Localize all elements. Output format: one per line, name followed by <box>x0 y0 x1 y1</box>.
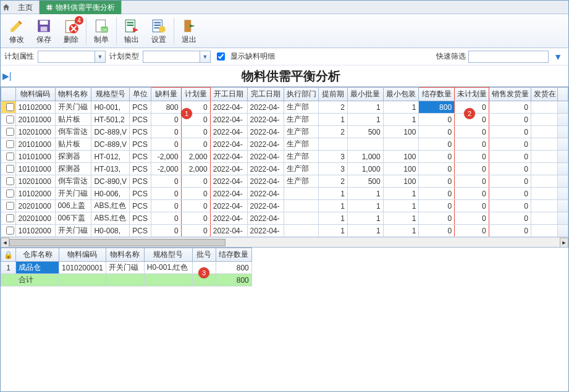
plan-type-dropdown[interactable]: ▼ <box>143 51 211 63</box>
row-checkbox[interactable] <box>6 227 14 235</box>
cell[interactable]: 3 <box>318 163 347 175</box>
row-checkbox[interactable] <box>6 128 14 136</box>
cell[interactable]: 0 <box>151 126 181 138</box>
cell[interactable]: 1 <box>347 225 383 237</box>
cell[interactable]: 开关门磁 <box>106 262 144 274</box>
row-checkbox[interactable] <box>6 103 14 111</box>
cell[interactable]: 2022-04- <box>247 101 284 114</box>
cell[interactable]: 生产部 <box>284 138 319 151</box>
cell[interactable]: 0 <box>489 151 531 163</box>
cell[interactable]: 2022-04- <box>210 114 247 126</box>
delete-button[interactable]: 4 删除 <box>57 15 85 47</box>
cell[interactable]: 3 <box>318 151 347 163</box>
col-header[interactable]: 发货在 <box>531 88 558 101</box>
cell[interactable]: 0 <box>455 212 489 225</box>
cell[interactable]: 2022-04- <box>210 212 247 225</box>
cell[interactable]: 0 <box>489 138 531 151</box>
cell[interactable]: 1 <box>383 114 419 126</box>
cell[interactable]: 006下盖 <box>55 212 91 225</box>
cell[interactable]: 1 <box>347 188 383 200</box>
cell[interactable]: 10201000 <box>15 175 55 188</box>
show-short-checkbox[interactable] <box>217 52 225 60</box>
cell[interactable]: PCS <box>130 225 151 237</box>
row-checkbox[interactable] <box>6 190 14 198</box>
cell[interactable] <box>284 225 319 237</box>
col-header[interactable]: 最小包装 <box>383 88 419 101</box>
table-row[interactable]: 10201000倒车雷达DC-889,VPCS002022-04-2022-04… <box>1 126 568 138</box>
cell[interactable]: 20101000 <box>15 138 55 151</box>
row-checkbox[interactable] <box>6 202 14 210</box>
cell[interactable]: 100 <box>383 175 419 188</box>
cell[interactable]: 0 <box>455 138 489 151</box>
cell[interactable]: DC-889,V <box>91 126 130 138</box>
cell[interactable]: 0 <box>489 212 531 225</box>
cell[interactable]: 0 <box>489 200 531 212</box>
cell[interactable]: 0 <box>489 101 531 114</box>
cell[interactable]: 0 <box>151 175 181 188</box>
cell[interactable]: 开关门磁 <box>55 225 91 237</box>
cell[interactable]: 0 <box>151 138 181 151</box>
cell[interactable]: 成品仓 <box>16 262 59 274</box>
h-scrollbar[interactable]: ◄ ► <box>1 237 568 247</box>
cell[interactable]: 0 <box>151 212 181 225</box>
cell[interactable]: 2022-04- <box>210 188 247 200</box>
cell[interactable]: 生产部 <box>284 126 319 138</box>
col-header[interactable]: 完工日期 <box>247 88 284 101</box>
cell[interactable]: 贴片板 <box>55 114 91 126</box>
col-header[interactable]: 规格型号 <box>91 88 130 101</box>
cell[interactable]: ABS,红色 <box>91 212 130 225</box>
plan-attr-dropdown[interactable]: ▼ <box>38 51 106 63</box>
cell[interactable]: 0 <box>489 126 531 138</box>
table-row[interactable]: 10102000开关门磁H0-006,PCS002022-04-2022-04-… <box>1 188 568 200</box>
col-header[interactable]: 执行部门 <box>284 88 319 101</box>
row-checkbox[interactable] <box>6 115 14 123</box>
settings-button[interactable]: 设置 <box>145 15 172 47</box>
cell[interactable]: 800 <box>216 262 251 274</box>
cell[interactable]: DC-890,V <box>91 175 130 188</box>
col-header[interactable]: 物料名称 <box>106 248 144 262</box>
cell[interactable]: 0 <box>419 175 455 188</box>
cell[interactable]: 1 <box>318 212 347 225</box>
cell[interactable]: 0 <box>151 225 181 237</box>
col-header[interactable]: 销售发货量 <box>489 88 531 101</box>
cell[interactable]: HT-013, <box>91 163 130 175</box>
cell[interactable]: 0 <box>455 175 489 188</box>
cell[interactable]: 2022-04- <box>247 163 284 175</box>
cell[interactable]: 1 <box>383 188 419 200</box>
row-checkbox[interactable] <box>6 165 14 173</box>
cell[interactable]: H0-001,红色 <box>144 262 192 274</box>
cell[interactable]: 2 <box>318 126 347 138</box>
col-header[interactable]: 计划量 <box>181 88 210 101</box>
col-header[interactable]: 开工日期 <box>210 88 247 101</box>
cell[interactable]: 0 <box>419 188 455 200</box>
row-checkbox[interactable] <box>6 140 14 148</box>
cell[interactable]: 0 <box>489 163 531 175</box>
col-header[interactable]: 结存数量 <box>216 248 251 262</box>
save-button[interactable]: 保存 <box>30 15 57 47</box>
cell[interactable]: 0 <box>419 225 455 237</box>
cell[interactable]: 开关门磁 <box>55 188 91 200</box>
plan-type-input[interactable] <box>143 51 200 63</box>
cell[interactable] <box>347 138 383 151</box>
cell[interactable]: 100 <box>383 126 419 138</box>
cell[interactable]: 2022-04- <box>247 126 284 138</box>
cell[interactable]: 2022-04- <box>210 163 247 175</box>
cell[interactable]: 倒车雷达 <box>55 175 91 188</box>
cell[interactable]: PCS <box>130 138 151 151</box>
cell[interactable]: 2,000 <box>181 163 210 175</box>
row-checkbox[interactable] <box>6 214 14 222</box>
chevron-down-icon[interactable]: ▼ <box>200 51 211 63</box>
cell[interactable]: 2022-04- <box>210 175 247 188</box>
chevron-down-icon[interactable]: ▼ <box>95 51 106 63</box>
cell[interactable]: -2,000 <box>151 163 181 175</box>
cell[interactable]: 1 <box>347 101 383 114</box>
cell[interactable]: 2022-04- <box>247 151 284 163</box>
cell[interactable]: 0 <box>419 126 455 138</box>
row-checkbox[interactable] <box>6 152 14 161</box>
cell[interactable]: 1 <box>318 114 347 126</box>
cell[interactable]: 生产部 <box>284 163 319 175</box>
col-header[interactable]: 单位 <box>130 88 151 101</box>
cell[interactable]: 0 <box>181 188 210 200</box>
table-row[interactable]: 10102000开关门磁H0-001,PCS80002022-04-2022-0… <box>1 101 568 114</box>
cell[interactable]: H0-008, <box>91 225 130 237</box>
